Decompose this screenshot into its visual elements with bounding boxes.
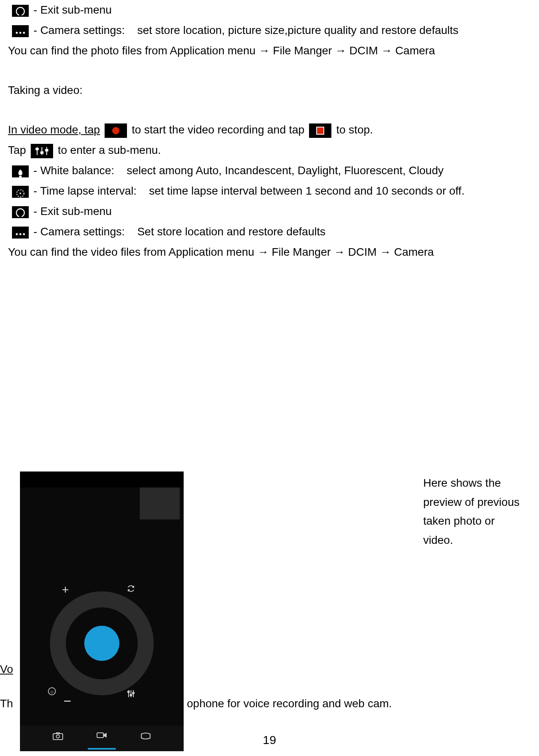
camera-settings-label: - Camera settings: [34,24,125,36]
svg-rect-23 [56,732,60,734]
more-icon-2 [12,227,29,239]
svg-rect-19 [130,694,132,696]
th-suffix: ophone for voice recording and web cam. [187,694,392,713]
svg-point-0 [16,32,18,34]
svg-point-14 [23,233,25,235]
svg-point-1 [20,32,22,34]
svg-point-11 [20,193,21,194]
camera-app-screenshot: + − ○ [20,472,184,751]
svg-rect-8 [46,149,48,151]
exit-submenu-label: - Exit sub-menu [34,4,112,16]
svg-rect-6 [36,148,38,150]
taking-video-heading: Taking a video: [8,80,531,100]
shutter-button[interactable] [84,626,119,661]
svg-rect-9 [19,176,22,177]
svg-point-22 [56,735,59,738]
time-lapse-icon [12,186,29,198]
camera-settings-label-2: - Camera settings: [34,225,125,238]
mode-video[interactable] [88,727,116,750]
mode-panorama[interactable] [132,728,160,749]
camera-settings-desc-2: Set store location and restore defaults [137,225,326,238]
tl-desc: set time lapse interval between 1 second… [149,185,464,197]
record-icon [105,123,127,138]
switch-camera-icon[interactable] [126,581,136,600]
exit-icon [12,5,29,17]
th-fragment: Th [0,694,13,713]
wb-label: - White balance: [34,164,114,177]
plus-icon: + [62,579,69,601]
video-intro-mid: to start the video recording and tap [132,123,305,136]
find-video-path: You can find the video files from Applic… [8,242,531,262]
preview-callout: Here shows the preview of previous taken… [423,473,527,549]
preview-thumbnail[interactable] [140,487,180,519]
svg-rect-18 [128,691,129,692]
status-bar [20,472,184,487]
white-balance-icon [12,165,29,177]
mode-circle-icon[interactable]: ○ [48,687,56,695]
tap-pre: Tap [8,144,26,156]
wb-desc: select among Auto, Incandescent, Dayligh… [127,164,444,177]
video-intro-post: to stop. [336,123,373,136]
vo-fragment: Vo [0,659,13,679]
tl-label: - Time lapse interval: [34,185,137,197]
mode-bar [20,726,184,751]
page-number: 19 [263,730,276,751]
exit-icon-2 [12,206,29,218]
more-icon [12,25,29,37]
svg-point-13 [20,233,22,235]
mode-photo[interactable] [44,728,72,749]
sliders-icon [31,144,53,158]
svg-rect-7 [41,152,43,153]
stop-icon [309,123,331,138]
exit-submenu-label-2: - Exit sub-menu [34,205,112,217]
find-photo-path: You can find the photo files from Applic… [8,41,531,60]
camera-settings-desc: set store location, picture size,picture… [137,24,459,36]
svg-rect-20 [133,692,134,694]
tap-post: to enter a sub-menu. [58,144,161,156]
settings-sliders-icon[interactable] [126,686,136,705]
svg-point-12 [16,233,18,235]
svg-rect-24 [97,733,103,738]
svg-point-2 [23,32,25,34]
minus-icon: − [63,689,71,713]
video-intro-pre: In video mode, tap [8,123,100,136]
